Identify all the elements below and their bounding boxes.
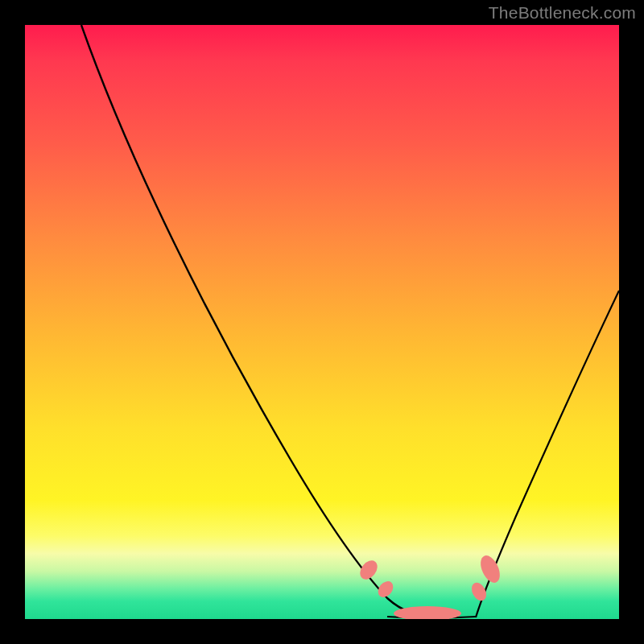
- marker-left-upper: [357, 557, 381, 583]
- left-curve: [81, 25, 444, 617]
- marker-right-lower: [469, 580, 489, 604]
- marker-right-upper: [477, 552, 503, 585]
- marker-group: [357, 552, 504, 619]
- chart-stage: TheBottleneck.com: [0, 0, 644, 644]
- curve-layer: [25, 25, 619, 619]
- plot-area: [25, 25, 619, 619]
- watermark-text: TheBottleneck.com: [489, 3, 636, 23]
- marker-bottom: [394, 606, 461, 619]
